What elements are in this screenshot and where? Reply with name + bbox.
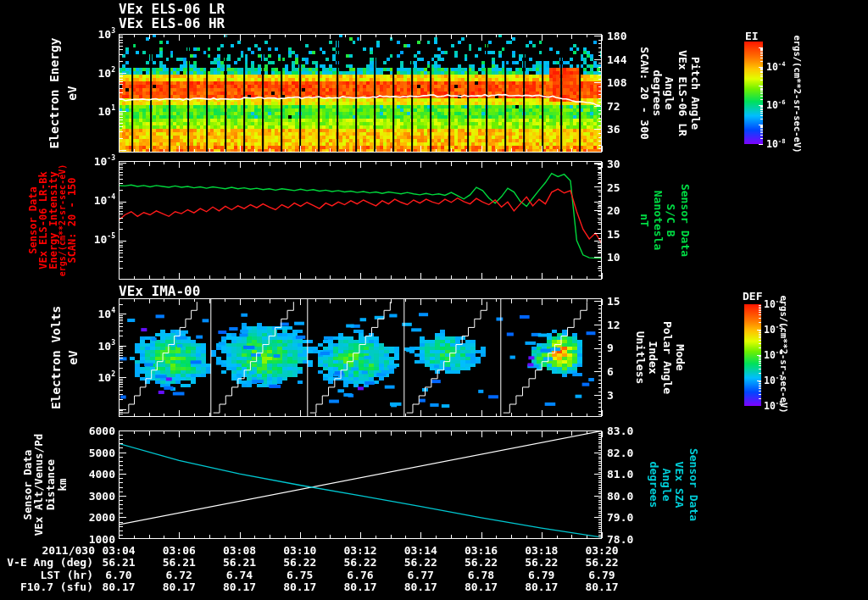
bk-right-axis-label: nT xyxy=(639,214,650,227)
els-right-axis-label: Angle xyxy=(664,76,675,109)
date-label: 2011/030 xyxy=(42,544,95,555)
bk-right-tick: 15 xyxy=(607,228,620,239)
colorbar-ei-tick: 10-8 xyxy=(766,138,785,149)
eph-left-axis-label: VEx Alt/Venus/Pd xyxy=(34,434,45,536)
table-value: 80.17 xyxy=(343,581,376,592)
eph-y-tick: 3000 xyxy=(89,490,115,501)
els-lr-panel-title: VEx ELS-06 LR xyxy=(119,3,225,16)
bk-right-tick: 10 xyxy=(607,252,620,263)
els-left-axis-label: eV xyxy=(66,86,79,100)
colorbar-ei-label: EI xyxy=(745,31,759,42)
eph-right-axis-label: Sensor Data xyxy=(688,448,699,521)
table-value: 6.72 xyxy=(166,569,192,580)
ima-right-tick: 15 xyxy=(607,296,620,307)
table-value: 80.17 xyxy=(163,581,196,592)
eph-right-tick: 81.0 xyxy=(607,469,633,480)
table-value: 6.74 xyxy=(226,569,253,580)
table-value: 56.22 xyxy=(465,557,498,568)
eph-y-tick: 4000 xyxy=(89,469,115,480)
ima-right-tick: 3 xyxy=(607,389,614,400)
table-value: 6.78 xyxy=(468,569,494,580)
eph-right-tick: 79.0 xyxy=(607,512,633,523)
ima-right-tick: 12 xyxy=(607,319,620,330)
ima-right-tick: 9 xyxy=(607,342,614,353)
eph-left-axis-label: Distance xyxy=(46,459,57,510)
table-value: 56.22 xyxy=(585,557,618,568)
bk-right-axis-label: Sensor Data xyxy=(680,184,691,257)
els-y-tick: 102 xyxy=(97,67,115,78)
els-y-tick: 103 xyxy=(97,28,115,39)
table-value: 80.17 xyxy=(465,581,498,592)
els-right-axis-label: degrees xyxy=(652,70,663,117)
eph-left-axis-label: km xyxy=(58,478,69,491)
bk-left-axis-label: SCAN: 20 - 150 xyxy=(67,177,77,263)
ima-left-axis-label: Electron Volts xyxy=(50,306,63,409)
colorbar-def-tick: 10-8 xyxy=(764,400,782,411)
time-tick-label: 03:14 xyxy=(404,544,437,555)
table-value: 6.76 xyxy=(347,569,373,580)
els-left-axis-label: Electron Energy xyxy=(48,38,61,149)
ima-left-axis-label: eV xyxy=(67,350,80,364)
ima-right-tick: 6 xyxy=(607,366,614,377)
colorbar-ei-units: ergs/(cm**2-sr-sec-eV) xyxy=(793,35,803,153)
colorbar-def-tick: 10-7 xyxy=(764,375,782,386)
els-right-tick: 180 xyxy=(607,31,626,42)
table-row-label: LST (hr) xyxy=(40,569,93,580)
eph-right-axis-label: VEx SZA xyxy=(674,462,685,508)
time-tick-label: 03:20 xyxy=(585,544,618,555)
eph-right-tick: 82.0 xyxy=(607,447,633,458)
table-value: 56.21 xyxy=(163,557,196,568)
bk-y-tick: 10-3 xyxy=(94,155,115,166)
els-right-axis-label: SCAN: 20 - 300 xyxy=(639,47,650,140)
plot-canvas xyxy=(0,0,868,600)
bk-right-axis-label: S/C B xyxy=(665,203,676,236)
table-value: 56.21 xyxy=(223,557,256,568)
table-value: 80.17 xyxy=(223,581,256,592)
table-value: 6.70 xyxy=(105,569,131,580)
table-value: 6.77 xyxy=(408,569,434,580)
time-tick-label: 03:16 xyxy=(465,544,498,555)
table-value: 80.17 xyxy=(283,581,316,592)
eph-y-tick: 2000 xyxy=(89,512,115,523)
colorbar-ei-tick: 10-6 xyxy=(766,99,785,110)
eph-right-tick: 80.0 xyxy=(607,490,633,501)
eph-right-axis-label: Angle xyxy=(661,468,672,501)
table-row-label: F10.7 (sfu) xyxy=(20,581,93,592)
bk-y-tick: 10-5 xyxy=(94,233,115,244)
table-value: 80.17 xyxy=(525,581,558,592)
ima-panel-title: VEx IMA-00 xyxy=(119,285,200,298)
bk-right-tick: 25 xyxy=(607,181,620,192)
colorbar-def-label: DEF xyxy=(743,291,762,302)
ima-y-tick: 102 xyxy=(97,371,115,382)
bk-y-tick: 10-4 xyxy=(94,194,115,205)
colorbar-def-tick: 10-5 xyxy=(764,324,782,335)
eph-y-tick: 5000 xyxy=(89,447,115,458)
time-tick-label: 03:12 xyxy=(343,544,376,555)
table-row-label: V-E Ang (deg) xyxy=(7,557,93,568)
eph-right-axis-label: degrees xyxy=(648,462,659,508)
colorbar-def-tick: 10-4 xyxy=(764,298,782,309)
table-value: 6.75 xyxy=(287,569,313,580)
table-value: 56.21 xyxy=(102,557,135,568)
els-y-tick: 101 xyxy=(97,105,115,116)
els-right-tick: 144 xyxy=(607,53,626,64)
bk-right-tick: 30 xyxy=(607,158,620,169)
table-value: 56.22 xyxy=(283,557,316,568)
ima-y-tick: 103 xyxy=(97,340,115,351)
time-tick-label: 03:18 xyxy=(525,544,558,555)
ima-right-axis-label: Index xyxy=(648,341,659,374)
els-right-axis-label: VEx ELS-06 LR xyxy=(677,50,688,136)
ima-right-axis-label: Polar Angle xyxy=(662,321,673,394)
eph-right-tick: 83.0 xyxy=(607,425,633,436)
bk-right-axis-label: Nanotesla xyxy=(653,191,664,250)
els-right-tick: 108 xyxy=(607,77,626,88)
time-tick-label: 03:06 xyxy=(163,544,196,555)
table-value: 80.17 xyxy=(404,581,437,592)
ima-right-axis-label: Mode xyxy=(675,344,686,370)
table-value: 56.22 xyxy=(525,557,558,568)
time-tick-label: 03:04 xyxy=(102,544,135,555)
els-right-tick: 72 xyxy=(607,100,620,111)
els-right-tick: 36 xyxy=(607,124,620,135)
time-tick-label: 03:08 xyxy=(223,544,256,555)
table-value: 6.79 xyxy=(528,569,554,580)
